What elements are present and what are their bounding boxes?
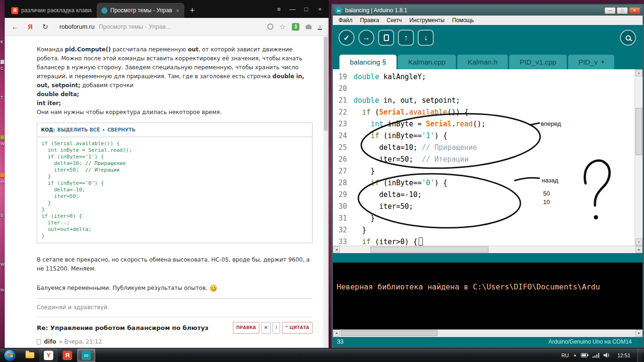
tab-kalman-cpp[interactable]: Kalman.cpp	[398, 55, 456, 69]
scrollbar-thumb[interactable]	[636, 108, 642, 155]
browser-window: Я различие раскладка клавиа Просмотр тем…	[5, 0, 329, 348]
maximize-button[interactable]: □	[617, 7, 628, 14]
close-button[interactable]: ×	[629, 7, 640, 14]
arduino-title-bar[interactable]: ∞ balancing | Arduino 1.8.1 — □ ×	[333, 5, 643, 16]
line-number: 29	[333, 190, 354, 199]
editor-vertical-scrollbar[interactable]: ▴ ▾	[635, 69, 643, 246]
bookmark-star-icon[interactable]: ☆	[280, 23, 286, 31]
quote-label: ЦИТАТА	[289, 323, 309, 332]
browser-tab-inactive[interactable]: Я различие раскладка клавиа	[7, 3, 97, 18]
editor-code-line: 23 int inByte = Serial.read();	[333, 118, 635, 130]
line-number: 25	[333, 143, 354, 152]
yandex-app-icon: Я	[63, 351, 72, 360]
verify-button[interactable]: ✓	[339, 30, 355, 46]
scroll-right-button[interactable]: ▸	[636, 246, 643, 253]
menu-tools[interactable]: Инструменты	[405, 16, 448, 25]
scrollbar-thumb[interactable]	[371, 247, 488, 253]
code-declaration-line: int iter;	[37, 99, 313, 108]
tab-dropdown-icon[interactable]: ▾	[602, 59, 604, 65]
edit-button[interactable]: ПРАВКА	[233, 322, 259, 334]
back-icon[interactable]: ←	[8, 20, 22, 33]
quote-button[interactable]: “ ЦИТАТА	[282, 322, 313, 334]
status-line-number: 33	[337, 338, 343, 345]
editor-code-line: 19double kalAngleY;	[333, 71, 635, 82]
tab-pid-v1-cpp[interactable]: PID_v1.cpp	[509, 55, 567, 69]
scroll-down-button[interactable]: ▾	[636, 239, 643, 246]
menu-file[interactable]: Файл	[335, 16, 356, 25]
tab-close-icon[interactable]: ×	[176, 7, 180, 14]
scrollbar-thumb[interactable]	[341, 330, 438, 336]
arduino-status-bar: 33 Arduino/Genuino Uno на COM14	[333, 337, 643, 346]
address-url-field[interactable]: roboforum.ru Просмотр темы - Управ...	[54, 23, 263, 30]
scroll-up-button[interactable]: ▴	[636, 69, 643, 76]
menu-edit[interactable]: Правка	[356, 16, 383, 25]
battery-icon[interactable]	[581, 353, 588, 357]
taskbar-arduino-button[interactable]: ∞	[77, 349, 95, 362]
yandex-logo-button[interactable]: Я	[24, 20, 37, 33]
show-desktop-button[interactable]	[637, 348, 642, 362]
protect-extension-icon[interactable]	[267, 24, 273, 30]
serial-monitor-button[interactable]	[620, 30, 636, 46]
report-button[interactable]: !	[272, 322, 280, 334]
refresh-icon[interactable]: ↻	[39, 20, 52, 33]
upload-button[interactable]: →	[358, 30, 374, 46]
tab-balancing[interactable]: balancing §	[339, 55, 396, 69]
scroll-right-button[interactable]: ▸	[636, 329, 643, 337]
tab-pid-v[interactable]: PID_v ▾	[568, 55, 614, 69]
code-text: }	[354, 167, 375, 175]
desktop-icon-fragment	[0, 135, 4, 140]
collapse-link[interactable]: СВЕРНУТЬ	[107, 125, 136, 134]
editor-horizontal-scrollbar[interactable]: ◂ ▸	[333, 246, 643, 253]
menu-sketch[interactable]: Скетч	[383, 16, 405, 25]
adblock-badge[interactable]: 3	[292, 23, 299, 31]
downloads-icon[interactable]: ↓	[318, 24, 322, 30]
browser-minimize-button[interactable]: —	[286, 0, 299, 18]
new-sketch-button[interactable]	[378, 30, 394, 46]
post-paragraph: Они нам нужны чтобы корректура длилась н…	[37, 108, 313, 117]
select-all-link[interactable]: ВЫДЕЛИТЬ ВСЁ	[58, 125, 100, 134]
code-text: if (Serial.available()) {	[354, 108, 469, 116]
open-button[interactable]: ↑	[398, 30, 414, 46]
line-number: 31	[333, 214, 354, 222]
tab-kalman-h[interactable]: Kalman.h	[457, 55, 508, 69]
editor-code-line: 26 iter=50; // Итерации	[333, 153, 635, 165]
editor-lines: 19double kalAngleY;2021double in, out, s…	[333, 71, 635, 246]
forum-code-block: КОД: ВЫДЕЛИТЬ ВСЁ • СВЕРНУТЬ if (Serial.…	[37, 123, 313, 243]
code-text: }	[354, 226, 366, 234]
code-text: if (inByte=='0') {	[354, 179, 447, 187]
browser-tab-active[interactable]: Просмотр темы - Управ ×	[97, 3, 184, 18]
code-text: int inByte = Serial.read();	[354, 120, 486, 128]
taskbar-yandex-app-button[interactable]: Я	[58, 349, 76, 362]
yandex-browser-icon: Y	[44, 351, 53, 360]
menu-help[interactable]: Помощь	[448, 16, 478, 25]
console-output: Неверная библиотека найдена в C:\Users\D…	[333, 263, 643, 329]
editor-code-line: 20	[333, 82, 635, 94]
new-tab-button[interactable]: +	[184, 3, 201, 18]
save-button[interactable]: ↓	[418, 30, 434, 46]
start-button[interactable]	[4, 349, 16, 362]
scroll-left-button[interactable]: ◂	[333, 246, 340, 253]
extension-icon[interactable]	[305, 25, 312, 29]
minimize-button[interactable]: —	[604, 7, 616, 14]
code-editor[interactable]: 19double kalAngleY;2021double in, out, s…	[333, 69, 643, 246]
taskbar-yandex-browser-button[interactable]: Y	[40, 349, 58, 362]
network-icon[interactable]	[593, 353, 599, 358]
post-action-buttons: ПРАВКА ✖ ! “ ЦИТАТА	[233, 322, 313, 334]
browser-close-button[interactable]: ×	[313, 0, 327, 18]
post-paragraph: Балуемся переменными. Публикуем результа…	[37, 284, 313, 293]
scroll-left-button[interactable]: ◂	[333, 329, 340, 337]
arduino-toolbar: ✓ → ↑ ↓	[333, 25, 643, 50]
scrollbar-thumb[interactable]	[324, 37, 328, 131]
browser-menu-icon[interactable]: ≡	[272, 0, 286, 18]
page-scrollbar[interactable]	[323, 36, 329, 348]
browser-content: Команда pid.Compute() рассчитала перемен…	[5, 36, 329, 348]
taskbar-clock[interactable]: 12:51	[614, 353, 633, 358]
language-indicator[interactable]: RU	[561, 353, 569, 358]
browser-maximize-button[interactable]: □	[299, 0, 313, 18]
taskbar-explorer-button[interactable]	[21, 349, 39, 362]
console-scrollbar[interactable]: ◂ ▸	[333, 329, 643, 337]
post-author-link[interactable]: difo	[44, 337, 56, 346]
delete-button[interactable]: ✖	[261, 322, 271, 334]
volume-icon[interactable]	[603, 353, 610, 358]
hidden-icons-button[interactable]: ▲	[573, 353, 577, 357]
